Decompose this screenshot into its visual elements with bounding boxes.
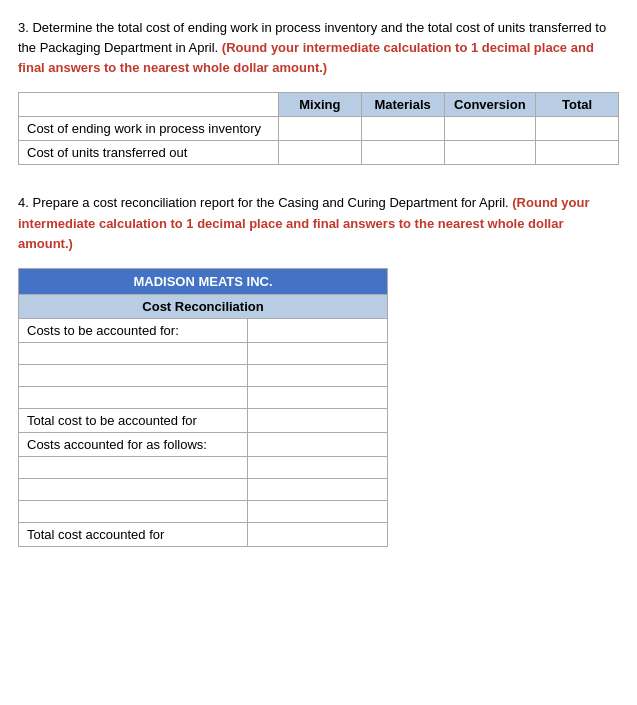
q4-company-name: MADISON MEATS INC. bbox=[19, 268, 388, 294]
q4-section1-row2-value[interactable] bbox=[248, 364, 388, 386]
table-row bbox=[19, 456, 388, 478]
q3-row1-total[interactable] bbox=[536, 117, 619, 141]
q4-section2-input0[interactable] bbox=[248, 432, 388, 456]
q4-text-part1: Prepare a cost reconciliation report for… bbox=[32, 195, 508, 210]
q4-section1-row2-label bbox=[19, 364, 248, 386]
q4-total2-label: Total cost accounted for bbox=[19, 522, 248, 546]
q4-section1-input0[interactable] bbox=[248, 318, 388, 342]
q3-row1-materials[interactable] bbox=[361, 117, 444, 141]
question-4-text: 4. Prepare a cost reconciliation report … bbox=[18, 193, 619, 253]
q4-section1-row1-label bbox=[19, 342, 248, 364]
table-row bbox=[19, 364, 388, 386]
q4-section2-row3-label bbox=[19, 500, 248, 522]
q4-section2-label-row: Costs accounted for as follows: bbox=[19, 432, 388, 456]
table-row bbox=[19, 500, 388, 522]
q4-total1-value[interactable] bbox=[248, 408, 388, 432]
q4-subtitle: Cost Reconciliation bbox=[19, 294, 388, 318]
q4-section1-row1-value[interactable] bbox=[248, 342, 388, 364]
q4-subtitle-row: Cost Reconciliation bbox=[19, 294, 388, 318]
q4-company-row: MADISON MEATS INC. bbox=[19, 268, 388, 294]
q3-row2-mixing[interactable] bbox=[278, 141, 361, 165]
q4-section2-row2-value[interactable] bbox=[248, 478, 388, 500]
q3-row1-conversion[interactable] bbox=[444, 117, 536, 141]
q4-section2-label: Costs accounted for as follows: bbox=[19, 432, 248, 456]
q4-section2-row3-value[interactable] bbox=[248, 500, 388, 522]
q4-total2-value[interactable] bbox=[248, 522, 388, 546]
q3-number: 3. bbox=[18, 20, 29, 35]
q4-table: MADISON MEATS INC. Cost Reconciliation C… bbox=[18, 268, 388, 547]
q3-table: Mixing Materials Conversion Total Cost o… bbox=[18, 92, 619, 165]
q3-col-mixing: Mixing bbox=[278, 93, 361, 117]
q4-section1-label: Costs to be accounted for: bbox=[19, 318, 248, 342]
question-4-block: 4. Prepare a cost reconciliation report … bbox=[18, 193, 619, 546]
q3-col-empty bbox=[19, 93, 279, 117]
table-row bbox=[19, 478, 388, 500]
question-3-text: 3. Determine the total cost of ending wo… bbox=[18, 18, 619, 78]
q4-total1-row: Total cost to be accounted for bbox=[19, 408, 388, 432]
q3-row1-label: Cost of ending work in process inventory bbox=[19, 117, 279, 141]
table-row: Cost of ending work in process inventory bbox=[19, 117, 619, 141]
q4-section2-row1-label bbox=[19, 456, 248, 478]
q4-total2-row: Total cost accounted for bbox=[19, 522, 388, 546]
q4-section2-row1-value[interactable] bbox=[248, 456, 388, 478]
q4-section2-row2-label bbox=[19, 478, 248, 500]
q4-number: 4. bbox=[18, 195, 29, 210]
q3-col-conversion: Conversion bbox=[444, 93, 536, 117]
table-row bbox=[19, 386, 388, 408]
q3-row2-total[interactable] bbox=[536, 141, 619, 165]
table-row: Cost of units transferred out bbox=[19, 141, 619, 165]
q4-section1-row3-value[interactable] bbox=[248, 386, 388, 408]
q4-section1-label-row: Costs to be accounted for: bbox=[19, 318, 388, 342]
q3-col-materials: Materials bbox=[361, 93, 444, 117]
table-row bbox=[19, 342, 388, 364]
q3-row2-conversion[interactable] bbox=[444, 141, 536, 165]
q3-row2-label: Cost of units transferred out bbox=[19, 141, 279, 165]
q3-row2-materials[interactable] bbox=[361, 141, 444, 165]
q4-section1-row3-label bbox=[19, 386, 248, 408]
q3-row1-mixing[interactable] bbox=[278, 117, 361, 141]
q3-col-total: Total bbox=[536, 93, 619, 117]
question-3-block: 3. Determine the total cost of ending wo… bbox=[18, 18, 619, 165]
q4-total1-label: Total cost to be accounted for bbox=[19, 408, 248, 432]
